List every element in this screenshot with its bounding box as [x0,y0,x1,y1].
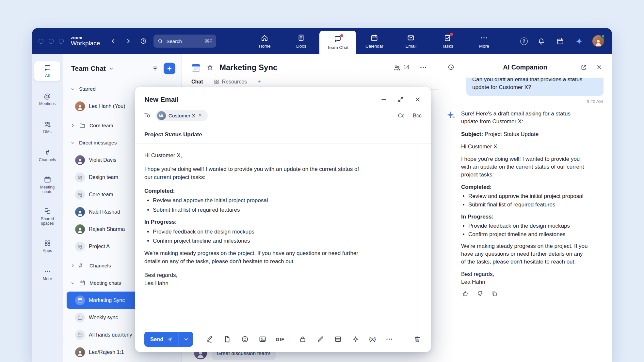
template-button[interactable] [334,335,343,344]
rail-item-all[interactable]: All [34,61,60,81]
rail-item-more[interactable]: More [34,265,60,284]
open-in-window-button[interactable] [579,62,588,72]
people-icon [77,192,83,198]
nav-email[interactable]: Email [393,28,429,54]
insert-image-button[interactable] [258,335,267,344]
nav-home[interactable]: Home [246,28,283,54]
rail-item-channels[interactable]: # Channels [34,145,60,165]
people-icon [393,64,401,71]
encrypt-button[interactable] [298,335,307,344]
star-button[interactable] [205,63,215,72]
nav-docs[interactable]: Docs [283,28,319,54]
gif-button[interactable]: GIF [276,335,284,344]
search-input[interactable]: Search ⌘F [153,35,216,48]
history-button[interactable] [138,36,149,47]
rail-item-shared-spaces[interactable]: Shared spaces [34,205,60,228]
person-icon [594,38,603,47]
members-button[interactable]: 14 [393,64,409,71]
close-panel-button[interactable] [594,62,604,72]
people-icon [44,120,51,128]
window-close-control[interactable] [39,39,43,44]
bcc-button[interactable]: Bcc [413,113,422,119]
zoom-workplace-logo: zoom Workplace [71,36,100,47]
user-message-bubble: Can you draft an email that provides a s… [466,78,604,96]
chevron-right-icon [71,264,75,268]
window-zoom-control[interactable] [59,39,64,44]
calendar-icon [79,280,86,286]
remove-recipient-button[interactable] [198,113,204,119]
filter-button[interactable] [150,63,161,74]
thumbs-down-button[interactable] [475,290,484,298]
variables-button[interactable]: {x} [369,335,376,344]
ai-history-button[interactable] [446,62,456,72]
rail-item-meeting-chats[interactable]: Meeting chats [34,173,60,197]
more-icon [385,335,393,343]
rail-item-dms[interactable]: DMs [34,117,60,137]
presence-indicator [601,35,605,38]
cc-button[interactable]: Cc [398,113,405,119]
group-avatar [75,173,85,182]
rail-item-mentions[interactable]: @ Mentions [34,89,60,109]
ai-intro: Sure! Here's a draft email asking for a … [461,110,588,126]
modal-header: New Email [135,87,431,108]
chevron-down-icon [71,87,75,91]
more-icon [419,64,427,71]
lock-icon [299,335,307,343]
toolbar-more-button[interactable] [385,335,394,344]
edit-button[interactable] [316,335,325,344]
calendar-icon [77,315,83,320]
send-options-button[interactable] [179,332,193,347]
attach-file-button[interactable] [223,335,232,344]
new-email-modal: New Email To ML Customer X Cc Bcc [135,87,431,352]
nav-more[interactable]: More [466,28,502,54]
minimize-button[interactable] [380,96,388,103]
ai-companion-button[interactable] [573,36,585,47]
email-in-progress-list: Provide feedback on the design mockups C… [144,228,360,245]
rail-item-apps[interactable]: Apps [34,237,60,256]
email-toolbar: Send GIF {x} [135,326,431,352]
ai-compose-button[interactable] [351,335,360,344]
nav-calendar[interactable]: Calendar [356,28,393,54]
chat-more-button[interactable] [418,62,429,73]
close-button[interactable] [414,96,422,103]
forward-button[interactable] [123,36,134,47]
subject-field[interactable]: Project Status Update [135,126,431,143]
recipient-chip[interactable]: ML Customer X [156,110,208,121]
email-icon [407,34,415,42]
close-icon [414,96,421,103]
expand-button[interactable] [397,96,405,103]
send-button[interactable]: Send [144,332,179,347]
close-icon [596,64,603,70]
help-button[interactable]: ? [520,38,528,45]
signature-button[interactable] [205,335,214,344]
chevron-down-icon[interactable] [109,66,114,71]
main-nav: Home Docs Team Chat Calendar Email Tasks [246,28,502,54]
nav-team-chat[interactable]: Team Chat [319,31,356,54]
window-controls[interactable] [39,39,64,44]
email-body-editor[interactable]: Hi Customer X, I hope you're doing well!… [135,143,431,326]
avatar [75,155,85,165]
window-minimize-control[interactable] [49,39,54,44]
notifications-button[interactable] [536,36,547,47]
chevron-down-icon [183,336,189,342]
ai-in-progress-heading: In Progress: [461,213,588,221]
user-avatar[interactable] [592,35,604,47]
chat-header: Marketing Sync 14 [182,54,438,73]
shared-spaces-icon [44,207,51,215]
ai-conversation: Can you draft an email that provides a s… [438,78,612,362]
close-icon [198,113,202,117]
discard-button[interactable] [413,335,422,344]
ai-completed-heading: Completed: [461,183,588,191]
calendar-quick-button[interactable] [555,36,566,47]
meeting-calendar-icon [191,62,201,73]
sparkle-icon [352,335,360,343]
copy-button[interactable] [490,290,498,298]
emoji-button[interactable] [240,335,249,344]
new-chat-button[interactable] [164,63,175,74]
apps-icon [44,239,51,247]
ai-panel-header: AI Companion [438,57,612,78]
thumbs-up-button[interactable] [461,290,470,298]
back-button[interactable] [108,36,119,47]
nav-tasks[interactable]: Tasks [429,28,466,54]
pencil-icon [316,335,324,343]
